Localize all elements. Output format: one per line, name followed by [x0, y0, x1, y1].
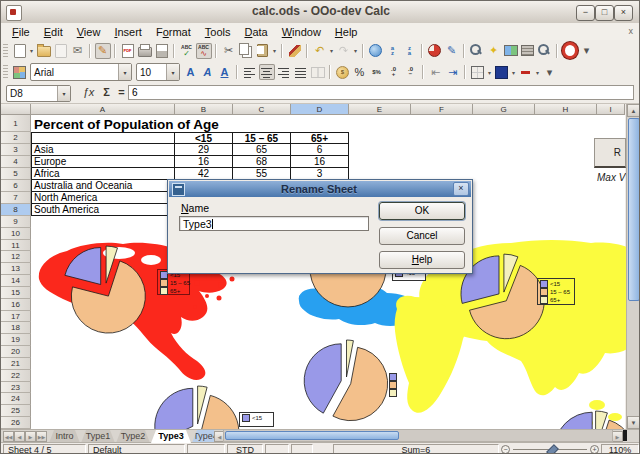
- row-header-14[interactable]: 14: [1, 275, 31, 287]
- minimize-button[interactable]: −: [576, 5, 595, 21]
- title-bar[interactable]: calc.ods - OOo-dev Calc −□×: [1, 1, 640, 24]
- cell[interactable]: Europe: [31, 156, 175, 168]
- row-header-12[interactable]: 12: [1, 251, 31, 263]
- cell-a1-title[interactable]: Percent of Population of Age: [34, 117, 219, 132]
- background-color-icon-dropdown[interactable]: ▾: [510, 69, 517, 76]
- delete-decimal-icon[interactable]: .0 −: [403, 64, 419, 80]
- format-paintbrush-icon[interactable]: [287, 43, 303, 59]
- insert-chart-icon[interactable]: [427, 43, 443, 59]
- add-decimal-icon[interactable]: .0 +: [386, 64, 402, 80]
- cell[interactable]: 68: [233, 156, 291, 168]
- zoom-out-icon[interactable]: −: [501, 445, 510, 454]
- percent-format-icon[interactable]: %: [352, 64, 368, 80]
- merge-cells-icon[interactable]: [310, 64, 326, 80]
- datasources-icon[interactable]: [520, 43, 536, 59]
- cell[interactable]: Australia and Oceania: [31, 180, 175, 192]
- gallery-icon[interactable]: [503, 43, 519, 59]
- help-button[interactable]: Help: [379, 251, 465, 269]
- align-justified-icon[interactable]: [293, 64, 309, 80]
- align-left-icon[interactable]: [242, 64, 258, 80]
- menu-help[interactable]: Help: [328, 25, 365, 39]
- first-sheet-button[interactable]: ◀◀: [3, 431, 14, 442]
- cell[interactable]: Asia: [31, 144, 175, 156]
- toolbar-more-icon[interactable]: ▾: [542, 64, 558, 80]
- cell[interactable]: Africa: [31, 168, 175, 180]
- zoom-in-icon[interactable]: +: [590, 445, 599, 454]
- menu-view[interactable]: View: [70, 25, 108, 39]
- horizontal-scrollbar[interactable]: [223, 429, 613, 442]
- horizontal-scroll-thumb[interactable]: [225, 431, 399, 440]
- dialog-close-icon[interactable]: ×: [453, 182, 469, 196]
- spellcheck-icon[interactable]: ABC✓: [179, 43, 195, 59]
- toolbar-grip[interactable]: [3, 44, 8, 58]
- row-header-25[interactable]: 25: [1, 405, 31, 417]
- copy-icon[interactable]: [238, 43, 254, 59]
- name-box-dropdown-icon[interactable]: ▾: [57, 86, 70, 101]
- paste-icon-dropdown[interactable]: ▾: [271, 47, 278, 54]
- prev-sheet-button[interactable]: ◀: [14, 431, 25, 442]
- vertical-scroll-thumb[interactable]: [628, 118, 640, 301]
- cell[interactable]: 6: [291, 144, 349, 156]
- sheet-embedded-button[interactable]: R: [594, 138, 626, 168]
- currency-format-icon[interactable]: $: [335, 64, 351, 80]
- row-header-1[interactable]: 1: [1, 115, 31, 132]
- menu-tools[interactable]: Tools: [198, 25, 238, 39]
- column-header-C[interactable]: C: [233, 104, 291, 115]
- hyperlink-icon[interactable]: [368, 43, 384, 59]
- column-header-H[interactable]: H: [535, 104, 597, 115]
- export-pdf-icon[interactable]: PDF: [120, 43, 136, 59]
- column-header-D[interactable]: D: [291, 104, 349, 115]
- increase-indent-icon[interactable]: ⇥: [445, 64, 461, 80]
- row-header-22[interactable]: 22: [1, 370, 31, 382]
- column-header-B[interactable]: B: [175, 104, 233, 115]
- row-header-10[interactable]: 10: [1, 228, 31, 240]
- undo-icon-dropdown[interactable]: ▾: [328, 47, 335, 54]
- sum-icon[interactable]: Σ: [99, 85, 114, 100]
- row-header-5[interactable]: 5: [1, 168, 31, 180]
- row-header-26[interactable]: 26: [1, 417, 31, 429]
- south-america-legend[interactable]: <15: [239, 412, 274, 427]
- menu-file[interactable]: File: [5, 25, 37, 39]
- dialog-title-bar[interactable]: Rename Sheet ×: [169, 181, 471, 197]
- save-icon[interactable]: [53, 43, 69, 59]
- redo-icon-dropdown[interactable]: ▾: [352, 47, 359, 54]
- tab-scroll-right-icon[interactable]: ▶: [612, 431, 623, 442]
- sort-descending-icon[interactable]: z a: [402, 43, 418, 59]
- cell[interactable]: 15 – 65: [233, 132, 291, 144]
- cut-icon[interactable]: ✂: [221, 43, 237, 59]
- row-header-21[interactable]: 21: [1, 358, 31, 370]
- standard-format-icon[interactable]: $%: [369, 64, 385, 80]
- menu-insert[interactable]: Insert: [107, 25, 149, 39]
- equals-icon[interactable]: =: [114, 85, 129, 100]
- cell[interactable]: [31, 132, 175, 144]
- row-header-6[interactable]: 6: [1, 180, 31, 192]
- menu-window[interactable]: Window: [275, 25, 328, 39]
- zoom-slider[interactable]: −+: [501, 444, 599, 454]
- scroll-up-icon[interactable]: ▲: [627, 104, 640, 117]
- zoom-icon[interactable]: [537, 43, 553, 59]
- row-header-17[interactable]: 17: [1, 311, 31, 323]
- font-color-icon[interactable]: [518, 64, 534, 80]
- column-header-I[interactable]: I: [597, 104, 625, 115]
- row-header-20[interactable]: 20: [1, 346, 31, 358]
- cell[interactable]: 65: [233, 144, 291, 156]
- navigator-icon[interactable]: ✦: [486, 43, 502, 59]
- help-icon[interactable]: [562, 43, 578, 59]
- menu-format[interactable]: Format: [149, 25, 198, 39]
- row-header-4[interactable]: 4: [1, 156, 31, 168]
- new-document-icon-dropdown[interactable]: ▾: [28, 47, 35, 54]
- decrease-indent-icon[interactable]: ⇤: [428, 64, 444, 80]
- font-size-dropdown-icon[interactable]: ▾: [166, 64, 179, 80]
- toolbar-more-icon[interactable]: ▾: [579, 43, 595, 59]
- align-center-icon[interactable]: [259, 64, 275, 80]
- row-header-13[interactable]: 13: [1, 263, 31, 275]
- maximize-button[interactable]: □: [595, 5, 614, 21]
- sort-ascending-icon[interactable]: a z: [385, 43, 401, 59]
- new-document-icon[interactable]: [12, 43, 28, 59]
- next-sheet-button[interactable]: ▶: [25, 431, 36, 442]
- menu-edit[interactable]: Edit: [37, 25, 70, 39]
- cell[interactable]: 16: [175, 156, 233, 168]
- column-header-A[interactable]: A: [31, 104, 175, 115]
- borders-icon[interactable]: [470, 64, 486, 80]
- sheet-tab-type3[interactable]: Type3: [151, 430, 191, 443]
